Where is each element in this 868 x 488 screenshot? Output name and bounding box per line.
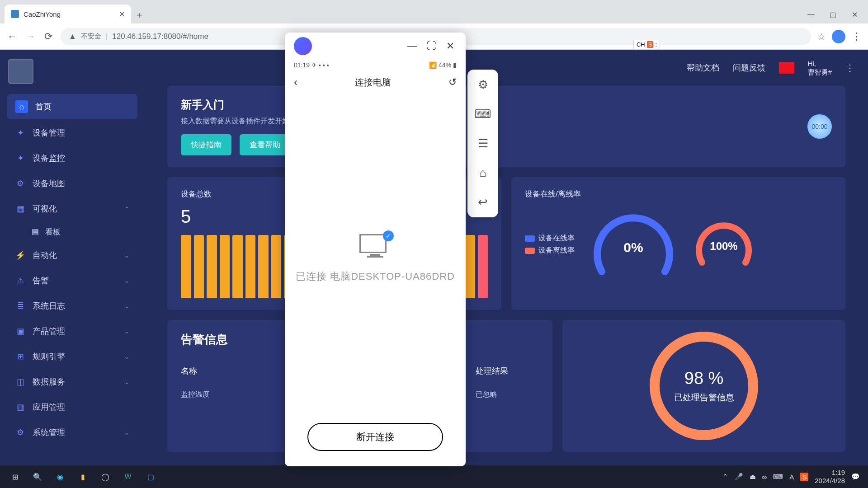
tray-usb-icon[interactable]: ⏏ [750,473,756,481]
legend-offline-label: 设备离线率 [538,246,575,255]
grid-icon: ▦ [15,204,25,214]
taskbar-app-1[interactable]: ◉ [49,467,71,486]
notifications-icon[interactable]: 💬 [851,473,860,481]
new-tab-button[interactable]: + [131,7,147,23]
sidebar-item-home[interactable]: ⌂ 首页 [7,94,137,119]
phone-app-logo-icon [294,37,312,55]
username-label: 曹智勇# [808,68,832,77]
history-icon[interactable]: ↺ [448,76,457,88]
ime-dropdown-icon: : [655,41,657,48]
taskbar-app-chat[interactable]: ▢ [139,467,162,486]
maximize-icon[interactable]: ▢ [828,10,837,19]
package-icon: ▣ [15,326,25,336]
tray-keyboard-icon[interactable]: ⌨ [773,473,783,481]
chevron-down-icon: ⌄ [124,303,129,310]
sidebar-item-data-service[interactable]: ◫ 数据服务 ⌄ [7,370,137,394]
home-icon[interactable]: ⌂ [479,166,486,180]
system-clock[interactable]: 1:19 2024/4/28 [815,469,845,485]
monitor-connected-icon: ✓ [359,234,391,259]
gauge-online-value: 0% [588,240,679,255]
sidebar-item-sys-mgmt[interactable]: ⚙ 系统管理 ⌄ [7,421,137,444]
sidebar-item-automation[interactable]: ⚡ 自动化 ⌄ [7,244,137,267]
help-docs-link[interactable]: 帮助文档 [687,62,719,73]
browser-tab[interactable]: CaoZhiYong ✕ [5,5,131,23]
clock-date: 2024/4/28 [815,477,845,485]
reload-button[interactable]: ⟳ [42,31,54,42]
sidebar-item-rule-engine[interactable]: ⊞ 规则引擎 ⌄ [7,345,137,368]
compass-icon: ✦ [15,128,25,138]
timer-badge: 00:00 [807,114,832,139]
back-button[interactable]: ← [6,31,18,42]
online-legend: 设备在线率 设备离线率 [525,231,575,258]
processed-pct: 98 % [684,369,724,388]
ime-indicator[interactable]: CH S : [633,40,660,49]
keyboard-icon[interactable]: ⌨ [474,107,491,121]
chevron-down-icon: ⌄ [124,328,129,335]
sidebar-item-label: 首页 [35,101,52,112]
security-label: 不安全 [81,32,101,41]
back-icon[interactable]: ↩ [478,195,488,209]
tab-title: CaoZhiYong [24,10,114,18]
profile-avatar-icon[interactable] [832,30,845,43]
bookmark-icon[interactable]: ☆ [817,31,826,42]
window-controls: ― ▢ ✕ [807,10,868,23]
gear-icon[interactable]: ⚙ [478,78,488,92]
minimize-icon[interactable]: ― [406,40,419,52]
chevron-down-icon: ⌄ [124,379,129,385]
topbar-menu-icon[interactable]: ⋮ [845,62,854,73]
intro-card: 新手入门 接入数据需要从设备插件开发开始 快捷指南 查看帮助 00:00 [167,86,845,167]
connected-text: 已连接 电脑DESKTOP-UA86DRD [296,270,455,283]
tray-chevron-icon[interactable]: ⌃ [722,473,728,481]
close-tab-icon[interactable]: ✕ [119,10,125,19]
search-icon[interactable]: 🔍 [26,467,49,486]
tray-ime-a-icon[interactable]: A [789,473,794,481]
quick-guide-button[interactable]: 快捷指南 [181,134,231,155]
tray-ime-s-icon[interactable]: S [800,473,808,481]
close-window-icon[interactable]: ✕ [850,10,859,19]
chevron-down-icon: ⌄ [124,277,129,284]
start-button[interactable]: ⊞ [4,467,26,486]
close-icon[interactable]: ✕ [444,40,457,52]
bolt-icon: ⚡ [15,250,25,260]
gauge-online: 0% [588,208,679,281]
taskbar-app-explorer[interactable]: ▮ [71,467,94,486]
check-badge-icon: ✓ [383,230,394,241]
online-rate-card: 设备在线/离线率 设备在线率 设备离线率 0% 100% [511,177,845,310]
sidebar-subitem-kanban[interactable]: ▤ 看板 [5,222,140,242]
intro-title: 新手入门 [181,98,297,112]
fullscreen-icon[interactable]: ⛶ [425,40,438,52]
taskbar-app-chrome[interactable]: ◯ [94,467,117,486]
list-icon[interactable]: ☰ [478,136,488,150]
forward-button[interactable]: → [24,31,36,42]
minimize-icon[interactable]: ― [807,10,816,19]
tray-link-icon[interactable]: ∞ [762,473,767,481]
taskbar-app-wps[interactable]: W [117,467,139,486]
windows-taskbar: ⊞ 🔍 ◉ ▮ ◯ W ▢ ⌃ 🎤 ⏏ ∞ ⌨ A S 1:19 2024/4/… [0,465,868,488]
insecure-icon: ▲ [69,32,76,41]
sidebar-item-device-monitor[interactable]: ✦ 设备监控 [7,146,137,170]
gear-icon: ⚙ [15,178,25,188]
feedback-link[interactable]: 问题反馈 [733,62,765,73]
sidebar-item-syslog[interactable]: ≣ 系统日志 ⌄ [7,294,137,318]
disconnect-button[interactable]: 断开连接 [307,423,443,451]
tray-mic-icon[interactable]: 🎤 [735,473,743,481]
ime-engine-icon: S [647,41,654,48]
user-avatar[interactable] [8,59,33,84]
greeting: Hi, 曹智勇# [808,59,832,77]
phone-battery: 44% [439,61,451,69]
sidebar-item-visualization[interactable]: ▦ 可视化 ⌃ [7,197,137,221]
sidebar-item-product[interactable]: ▣ 产品管理 ⌄ [7,319,137,343]
sidebar-item-label: 设备监控 [33,153,65,164]
ime-lang: CH [637,41,645,48]
col-result: 处理结果 [476,366,539,376]
sidebar-item-device-map[interactable]: ⚙ 设备地图 [7,172,137,195]
home-icon: ⌂ [15,100,28,113]
url-text: 120.46.159.17:8080/#/home [112,32,208,41]
browser-menu-icon[interactable]: ⋮ [852,31,862,42]
flag-cn-icon[interactable] [779,62,794,74]
view-help-button[interactable]: 查看帮助 [240,134,290,155]
phone-back-icon[interactable]: ‹ [294,76,297,89]
sidebar-item-alert[interactable]: ⚠ 告警 ⌄ [7,269,137,292]
sidebar-item-device-mgmt[interactable]: ✦ 设备管理 [7,121,137,145]
sidebar-item-app-mgmt[interactable]: ▥ 应用管理 [7,395,137,419]
